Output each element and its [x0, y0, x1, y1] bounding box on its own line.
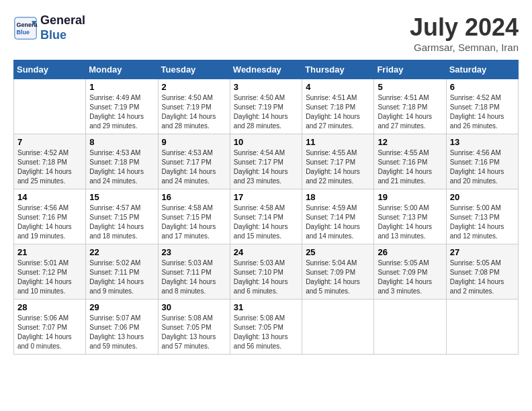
day-info: Sunrise: 4:51 AM Sunset: 7:18 PM Dayligh…	[306, 93, 370, 131]
day-info: Sunrise: 4:49 AM Sunset: 7:19 PM Dayligh…	[89, 93, 154, 131]
week-row-4: 21Sunrise: 5:01 AM Sunset: 7:12 PM Dayli…	[14, 244, 519, 300]
day-info: Sunrise: 4:59 AM Sunset: 7:14 PM Dayligh…	[306, 203, 370, 241]
calendar-cell	[14, 79, 86, 134]
logo-blue: Blue	[40, 28, 85, 43]
calendar-cell: 26Sunrise: 5:05 AM Sunset: 7:09 PM Dayli…	[374, 244, 446, 300]
calendar-cell: 18Sunrise: 4:59 AM Sunset: 7:14 PM Dayli…	[302, 189, 374, 244]
day-number: 10	[234, 137, 298, 147]
calendar-cell: 13Sunrise: 4:56 AM Sunset: 7:16 PM Dayli…	[446, 134, 518, 189]
day-info: Sunrise: 4:58 AM Sunset: 7:15 PM Dayligh…	[162, 203, 226, 241]
weekday-header-saturday: Saturday	[446, 60, 518, 79]
day-info: Sunrise: 4:55 AM Sunset: 7:16 PM Dayligh…	[378, 148, 442, 186]
day-info: Sunrise: 5:01 AM Sunset: 7:12 PM Dayligh…	[17, 259, 82, 296]
calendar-cell: 29Sunrise: 5:07 AM Sunset: 7:06 PM Dayli…	[86, 300, 158, 355]
day-info: Sunrise: 4:55 AM Sunset: 7:17 PM Dayligh…	[306, 148, 370, 186]
weekday-header-tuesday: Tuesday	[158, 60, 230, 79]
day-number: 25	[306, 247, 370, 257]
day-number: 11	[306, 137, 370, 147]
day-info: Sunrise: 4:50 AM Sunset: 7:19 PM Dayligh…	[234, 93, 298, 131]
week-row-3: 14Sunrise: 4:56 AM Sunset: 7:16 PM Dayli…	[14, 189, 519, 244]
day-number: 31	[234, 302, 298, 312]
calendar-cell	[374, 300, 446, 355]
day-number: 15	[89, 192, 154, 202]
day-number: 13	[450, 137, 515, 147]
day-info: Sunrise: 5:06 AM Sunset: 7:07 PM Dayligh…	[17, 314, 82, 351]
day-info: Sunrise: 4:58 AM Sunset: 7:14 PM Dayligh…	[234, 203, 298, 241]
logo-icon: General Blue	[13, 16, 38, 40]
page-header: General Blue General Blue July 2024 Garm…	[13, 13, 519, 53]
calendar-cell: 12Sunrise: 4:55 AM Sunset: 7:16 PM Dayli…	[374, 134, 446, 189]
svg-text:Blue: Blue	[17, 29, 30, 36]
weekday-header-row: SundayMondayTuesdayWednesdayThursdayFrid…	[14, 60, 519, 79]
day-info: Sunrise: 5:08 AM Sunset: 7:05 PM Dayligh…	[162, 314, 226, 351]
day-number: 19	[378, 192, 442, 202]
day-info: Sunrise: 4:56 AM Sunset: 7:16 PM Dayligh…	[450, 148, 515, 186]
day-number: 18	[306, 192, 370, 202]
calendar-cell: 25Sunrise: 5:04 AM Sunset: 7:09 PM Dayli…	[302, 244, 374, 300]
day-number: 26	[378, 247, 442, 257]
calendar-cell: 27Sunrise: 5:05 AM Sunset: 7:08 PM Dayli…	[446, 244, 518, 300]
day-info: Sunrise: 4:53 AM Sunset: 7:18 PM Dayligh…	[89, 148, 154, 186]
day-number: 21	[17, 247, 82, 257]
calendar-cell: 11Sunrise: 4:55 AM Sunset: 7:17 PM Dayli…	[302, 134, 374, 189]
calendar-cell: 19Sunrise: 5:00 AM Sunset: 7:13 PM Dayli…	[374, 189, 446, 244]
calendar-cell: 22Sunrise: 5:02 AM Sunset: 7:11 PM Dayli…	[86, 244, 158, 300]
day-number: 28	[17, 302, 82, 312]
calendar-cell: 6Sunrise: 4:52 AM Sunset: 7:18 PM Daylig…	[446, 79, 518, 134]
day-number: 17	[234, 192, 298, 202]
location-subtitle: Garmsar, Semnan, Iran	[410, 42, 519, 53]
calendar-cell: 24Sunrise: 5:03 AM Sunset: 7:10 PM Dayli…	[230, 244, 302, 300]
calendar-cell: 4Sunrise: 4:51 AM Sunset: 7:18 PM Daylig…	[302, 79, 374, 134]
day-info: Sunrise: 4:53 AM Sunset: 7:17 PM Dayligh…	[162, 148, 226, 186]
weekday-header-sunday: Sunday	[14, 60, 86, 79]
day-number: 24	[234, 247, 298, 257]
calendar-cell: 31Sunrise: 5:08 AM Sunset: 7:05 PM Dayli…	[230, 300, 302, 355]
day-number: 9	[162, 137, 226, 147]
day-info: Sunrise: 5:02 AM Sunset: 7:11 PM Dayligh…	[89, 259, 154, 296]
calendar-cell: 21Sunrise: 5:01 AM Sunset: 7:12 PM Dayli…	[14, 244, 86, 300]
day-number: 30	[162, 302, 226, 312]
calendar-cell: 3Sunrise: 4:50 AM Sunset: 7:19 PM Daylig…	[230, 79, 302, 134]
calendar-cell: 17Sunrise: 4:58 AM Sunset: 7:14 PM Dayli…	[230, 189, 302, 244]
day-number: 7	[17, 137, 82, 147]
calendar-cell: 9Sunrise: 4:53 AM Sunset: 7:17 PM Daylig…	[158, 134, 230, 189]
calendar-cell	[446, 300, 518, 355]
day-number: 3	[234, 82, 298, 92]
calendar-cell: 20Sunrise: 5:00 AM Sunset: 7:13 PM Dayli…	[446, 189, 518, 244]
day-info: Sunrise: 5:07 AM Sunset: 7:06 PM Dayligh…	[89, 314, 154, 351]
logo-text: General	[40, 13, 85, 28]
day-number: 14	[17, 192, 82, 202]
weekday-header-wednesday: Wednesday	[230, 60, 302, 79]
weekday-header-monday: Monday	[86, 60, 158, 79]
calendar-cell: 23Sunrise: 5:03 AM Sunset: 7:11 PM Dayli…	[158, 244, 230, 300]
calendar-cell: 10Sunrise: 4:54 AM Sunset: 7:17 PM Dayli…	[230, 134, 302, 189]
day-info: Sunrise: 5:05 AM Sunset: 7:09 PM Dayligh…	[378, 259, 442, 296]
day-number: 6	[450, 82, 515, 92]
day-info: Sunrise: 4:56 AM Sunset: 7:16 PM Dayligh…	[17, 203, 82, 241]
month-title: July 2024	[410, 13, 519, 42]
calendar-cell: 7Sunrise: 4:52 AM Sunset: 7:18 PM Daylig…	[14, 134, 86, 189]
calendar-cell: 16Sunrise: 4:58 AM Sunset: 7:15 PM Dayli…	[158, 189, 230, 244]
day-number: 23	[162, 247, 226, 257]
day-info: Sunrise: 5:00 AM Sunset: 7:13 PM Dayligh…	[450, 203, 515, 241]
day-number: 20	[450, 192, 515, 202]
day-info: Sunrise: 4:52 AM Sunset: 7:18 PM Dayligh…	[17, 148, 82, 186]
day-info: Sunrise: 5:04 AM Sunset: 7:09 PM Dayligh…	[306, 259, 370, 296]
day-info: Sunrise: 5:05 AM Sunset: 7:08 PM Dayligh…	[450, 259, 515, 296]
day-number: 1	[89, 82, 154, 92]
day-number: 16	[162, 192, 226, 202]
calendar-cell: 30Sunrise: 5:08 AM Sunset: 7:05 PM Dayli…	[158, 300, 230, 355]
day-info: Sunrise: 4:54 AM Sunset: 7:17 PM Dayligh…	[234, 148, 298, 186]
calendar-cell: 8Sunrise: 4:53 AM Sunset: 7:18 PM Daylig…	[86, 134, 158, 189]
weekday-header-thursday: Thursday	[302, 60, 374, 79]
calendar-cell: 15Sunrise: 4:57 AM Sunset: 7:15 PM Dayli…	[86, 189, 158, 244]
week-row-5: 28Sunrise: 5:06 AM Sunset: 7:07 PM Dayli…	[14, 300, 519, 355]
calendar-cell: 2Sunrise: 4:50 AM Sunset: 7:19 PM Daylig…	[158, 79, 230, 134]
day-number: 29	[89, 302, 154, 312]
day-info: Sunrise: 5:03 AM Sunset: 7:11 PM Dayligh…	[162, 259, 226, 296]
calendar-cell: 14Sunrise: 4:56 AM Sunset: 7:16 PM Dayli…	[14, 189, 86, 244]
calendar-table: SundayMondayTuesdayWednesdayThursdayFrid…	[13, 60, 519, 355]
calendar-cell: 1Sunrise: 4:49 AM Sunset: 7:19 PM Daylig…	[86, 79, 158, 134]
day-number: 5	[378, 82, 442, 92]
day-number: 12	[378, 137, 442, 147]
